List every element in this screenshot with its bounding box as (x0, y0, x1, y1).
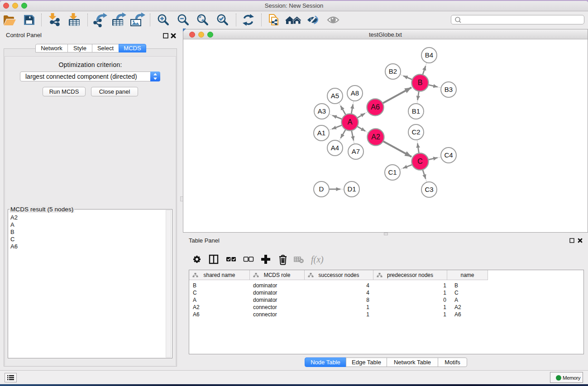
svg-text:A5: A5 (331, 92, 339, 100)
svg-text:f(x): f(x) (311, 254, 324, 265)
svg-text:D1: D1 (347, 185, 356, 193)
svg-text:C1: C1 (388, 168, 397, 176)
svg-text:C3: C3 (425, 186, 433, 193)
svg-text:B4: B4 (425, 51, 433, 59)
svg-text:A2: A2 (371, 133, 380, 141)
svg-text:B2: B2 (389, 67, 397, 75)
svg-text:A6: A6 (371, 103, 380, 111)
svg-text:B3: B3 (445, 86, 453, 93)
svg-text:B: B (418, 79, 423, 86)
svg-text:A3: A3 (318, 107, 326, 115)
svg-text:C: C (417, 157, 423, 165)
svg-text:C2: C2 (411, 128, 420, 136)
svg-text:A4: A4 (331, 144, 339, 152)
svg-text:A1: A1 (317, 129, 325, 137)
svg-text:A7: A7 (352, 148, 360, 155)
svg-text:C4: C4 (444, 151, 453, 159)
svg-text:A8: A8 (351, 89, 359, 97)
svg-text:B1: B1 (412, 107, 420, 115)
svg-text:D: D (319, 185, 324, 193)
svg-text:A: A (348, 118, 353, 126)
